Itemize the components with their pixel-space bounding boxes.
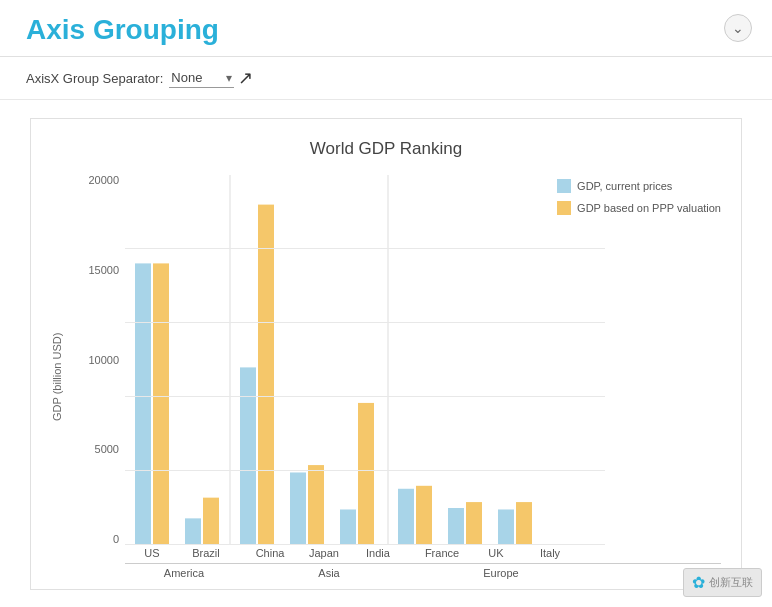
y-axis: 0 5000 10000 15000 20000 — [75, 175, 125, 545]
page-header: Axis Grouping ⌄ — [0, 0, 772, 57]
x-label-india: India — [351, 547, 405, 559]
y-tick-10000: 10000 — [88, 355, 119, 366]
chart-inner: 0 5000 10000 15000 20000 — [75, 175, 721, 579]
x-label-china: China — [243, 547, 297, 559]
watermark: ✿ 创新互联 — [683, 568, 762, 597]
y-tick-20000: 20000 — [88, 175, 119, 186]
grid-line-20000 — [125, 248, 605, 249]
group-label-asia: Asia — [243, 567, 415, 579]
group-label-america: America — [125, 567, 243, 579]
watermark-text: 创新互联 — [709, 575, 753, 590]
toolbar: AxisX Group Separator: None Line Shadow … — [0, 57, 772, 100]
x-label-japan: Japan — [297, 547, 351, 559]
chart-area: GDP (billion USD) 0 5000 10000 15000 200… — [51, 175, 721, 579]
y-tick-0: 0 — [113, 534, 119, 545]
grid-line-0 — [125, 544, 605, 545]
x-label-italy: Italy — [523, 547, 577, 559]
grid-line-5000 — [125, 470, 605, 471]
watermark-icon: ✿ — [692, 573, 705, 592]
x-label-france: France — [415, 547, 469, 559]
group-label-europe: Europe — [415, 567, 587, 579]
grid-line-15000 — [125, 322, 605, 323]
x-axis-group-labels: America Asia Europe — [125, 563, 721, 579]
grid-lines — [125, 175, 605, 545]
x-axis-country-labels: US Brazil China Japan India France UK It… — [125, 547, 721, 559]
grid-line-10000 — [125, 396, 605, 397]
y-tick-15000: 15000 — [88, 265, 119, 276]
separator-select-wrapper: None Line Shadow — [169, 68, 234, 88]
y-tick-5000: 5000 — [95, 444, 119, 455]
separator-label: AxisX Group Separator: — [26, 71, 163, 86]
x-label-uk: UK — [469, 547, 523, 559]
x-label-us: US — [125, 547, 179, 559]
collapse-button[interactable]: ⌄ — [724, 14, 752, 42]
y-axis-label: GDP (billion USD) — [51, 175, 71, 579]
bars-area — [125, 175, 605, 545]
cursor-icon: ↗ — [238, 67, 253, 89]
chart-title: World GDP Ranking — [51, 139, 721, 159]
page-title: Axis Grouping — [26, 14, 746, 46]
x-label-brazil: Brazil — [179, 547, 233, 559]
chart-container: World GDP Ranking GDP, current prices GD… — [30, 118, 742, 590]
separator-select[interactable]: None Line Shadow — [169, 68, 234, 88]
